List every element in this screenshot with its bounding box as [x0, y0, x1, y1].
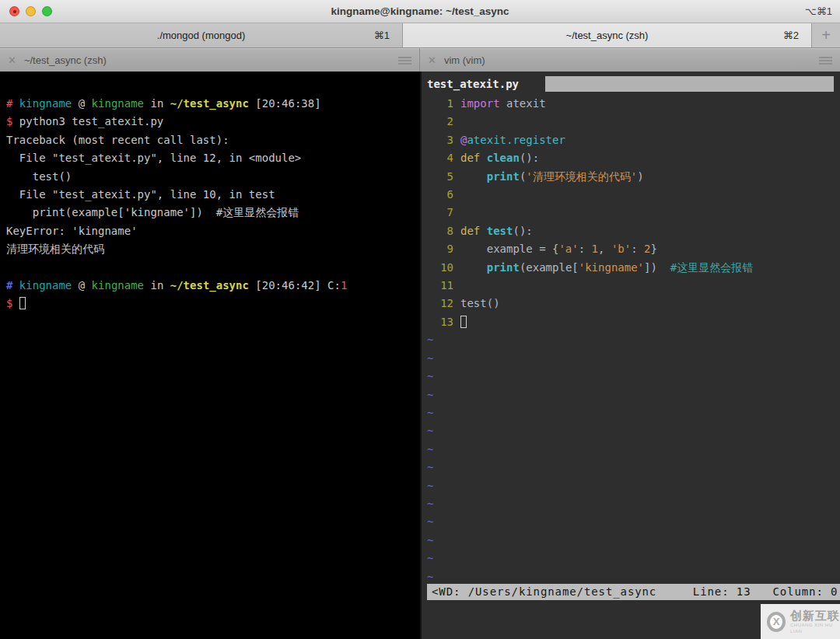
right-pane-header[interactable]: ✕ vim (vim): [420, 48, 840, 72]
watermark-brand: 创新互联: [790, 609, 840, 622]
tab-test-async-shortcut: ⌘2: [783, 30, 799, 41]
vim-tab-filename[interactable]: test_atexit.py: [427, 75, 525, 93]
vim-code-line: 6: [427, 186, 840, 204]
line-number: 13: [427, 313, 453, 331]
line-number: 7: [427, 204, 453, 222]
empty-buffer-tilde: ~: [427, 441, 840, 459]
line-number: 10: [427, 259, 453, 277]
tab-mongod-shortcut: ⌘1: [374, 30, 390, 41]
vim-code-line: 12test(): [427, 295, 840, 313]
tab-mongod[interactable]: ./mongod (mongod) ⌘1: [0, 23, 403, 47]
empty-buffer-tilde: ~: [427, 459, 840, 477]
terminal-line: File "test_atexit.py", line 12, in <modu…: [6, 149, 420, 167]
line-number: 12: [427, 295, 453, 313]
line-number: 9: [427, 240, 453, 258]
zoom-window-button[interactable]: [42, 6, 52, 16]
empty-buffer-tilde: ~: [427, 477, 840, 495]
line-number: 1: [427, 95, 453, 113]
vim-code-line: 13: [427, 313, 840, 331]
line-number: 11: [427, 277, 453, 295]
vim-tabline: test_atexit.py: [422, 74, 840, 95]
left-pane-title: ~/test_async (zsh): [24, 54, 107, 66]
terminal-line: # kingname @ kingname in ~/test_async [2…: [6, 95, 420, 113]
terminal-line: [6, 259, 420, 277]
vim-code-line: 1import atexit: [427, 95, 840, 113]
left-pane-header[interactable]: ✕ ~/test_async (zsh): [0, 48, 420, 72]
line-number: 6: [427, 186, 453, 204]
vim-tabline-fill: [545, 76, 834, 92]
close-pane-icon[interactable]: ✕: [8, 54, 16, 66]
terminal-pane[interactable]: # kingname @ kingname in ~/test_async [2…: [0, 72, 420, 639]
line-number: 3: [427, 131, 453, 149]
empty-buffer-tilde: ~: [427, 386, 840, 404]
terminal-line: $: [6, 295, 420, 313]
line-number: 5: [427, 168, 453, 186]
vim-statusline: <WD: /Users/kingname/test_async Line: 13…: [427, 584, 840, 600]
cursor: [19, 297, 26, 309]
empty-buffer-tilde: ~: [427, 495, 840, 513]
vim-code-line: 4def clean():: [427, 149, 840, 167]
split-panes: # kingname @ kingname in ~/test_async [2…: [0, 72, 840, 639]
new-tab-button[interactable]: +: [812, 23, 840, 47]
vim-pane[interactable]: test_atexit.py 1import atexit23@atexit.r…: [420, 72, 840, 639]
minimize-window-button[interactable]: [26, 6, 36, 16]
line-number: 2: [427, 113, 453, 131]
tab-bar: ./mongod (mongod) ⌘1 ~/test_async (zsh) …: [0, 23, 840, 48]
vim-code-line: 9 example = {'a': 1, 'b': 2}: [427, 240, 840, 258]
vim-code-line: 2: [427, 113, 840, 131]
plus-icon: +: [821, 26, 831, 44]
pane-menu-icon[interactable]: [819, 57, 832, 65]
empty-buffer-tilde: ~: [427, 532, 840, 550]
close-pane-icon[interactable]: ✕: [428, 54, 436, 66]
line-number: 8: [427, 222, 453, 240]
window-hotkey-label: ⌥⌘1: [805, 5, 832, 17]
terminal-line: 清理环境相关的代码: [6, 240, 420, 258]
terminal-line: $ python3 test_atexit.py: [6, 113, 420, 131]
vim-code-line: 11: [427, 277, 840, 295]
vim-code-line: 8def test():: [427, 222, 840, 240]
watermark-subtitle: CHUANG XIN HU LIAN: [790, 622, 840, 634]
tab-test-async-label: ~/test_async (zsh): [566, 30, 649, 41]
cursor: [460, 316, 467, 328]
window-titlebar: kingname@kingname: ~/test_async ⌥⌘1: [0, 0, 840, 23]
watermark-logo-icon: X: [767, 612, 786, 632]
vim-code-line: 7: [427, 204, 840, 222]
tab-mongod-label: ./mongod (mongod): [157, 30, 245, 41]
empty-buffer-tilde: ~: [427, 568, 840, 584]
iterm-window: kingname@kingname: ~/test_async ⌥⌘1 ./mo…: [0, 0, 840, 639]
terminal-line: test(): [6, 168, 420, 186]
pane-menu-icon[interactable]: [398, 57, 411, 65]
empty-buffer-tilde: ~: [427, 422, 840, 440]
empty-buffer-tilde: ~: [427, 368, 840, 386]
terminal-line: Traceback (most recent call last):: [6, 131, 420, 149]
tab-test-async[interactable]: ~/test_async (zsh) ⌘2: [403, 23, 812, 47]
terminal-line: print(example['kingname']) #这里显然会报错: [6, 204, 420, 222]
empty-buffer-tilde: ~: [427, 404, 840, 422]
terminal-line: KeyError: 'kingname': [6, 222, 420, 240]
empty-buffer-tilde: ~: [427, 350, 840, 368]
vim-code-line: 10 print(example['kingname']) #这里显然会报错: [427, 259, 840, 277]
watermark-badge: X 创新互联 CHUANG XIN HU LIAN: [761, 604, 840, 639]
terminal-line: File "test_atexit.py", line 10, in test: [6, 186, 420, 204]
close-window-button[interactable]: [9, 6, 19, 16]
traffic-lights: [9, 0, 52, 23]
pane-header-row: ✕ ~/test_async (zsh) ✕ vim (vim): [0, 48, 840, 72]
vim-buffer[interactable]: 1import atexit23@atexit.register4def cle…: [422, 95, 840, 584]
empty-buffer-tilde: ~: [427, 331, 840, 349]
empty-buffer-tilde: ~: [427, 513, 840, 531]
empty-buffer-tilde: ~: [427, 550, 840, 567]
line-number: 4: [427, 149, 453, 167]
right-pane-title: vim (vim): [444, 54, 485, 66]
window-title: kingname@kingname: ~/test_async: [331, 5, 509, 17]
vim-code-line: 3@atexit.register: [427, 131, 840, 149]
terminal-line: # kingname @ kingname in ~/test_async [2…: [6, 277, 420, 295]
vim-code-line: 5 print('清理环境相关的代码'): [427, 168, 840, 186]
